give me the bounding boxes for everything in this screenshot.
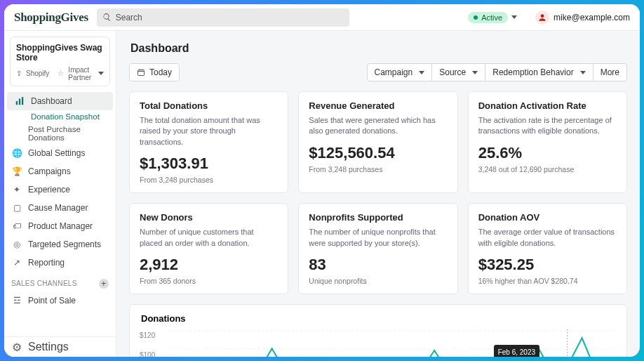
kpi-desc: The activation rate is the percentage of… [478, 115, 617, 137]
sidebar-item-point-of-sale[interactable]: ☲Point of Sale [4, 291, 116, 310]
kpi-sub: 16% higher than AOV $280.74 [478, 277, 617, 285]
kpi-card[interactable]: Revenue GeneratedSales that were generat… [298, 91, 457, 193]
status-dropdown[interactable]: Active [468, 12, 517, 23]
sidebar-item-targeted-segments[interactable]: ◎Targeted Segments [4, 235, 116, 254]
kpi-sub: From 3,248 purchases [140, 176, 278, 184]
kpi-value: 2,912 [140, 256, 278, 274]
user-menu[interactable]: mike@example.com [535, 11, 630, 25]
sidebar-item-cause-manager[interactable]: ▢Cause Manager [4, 199, 116, 217]
kpi-desc: The average order value of transactions … [478, 227, 617, 249]
kpi-desc: The number of unique nonprofits that wer… [309, 227, 447, 249]
chevron-down-icon [419, 71, 424, 74]
donations-chart-card: Donations $120 $100 $80 Feb 6, 2023 $79.… [129, 304, 627, 357]
sidebar-subitem-donation-snapshot[interactable]: Donation Snapshot [7, 110, 113, 123]
sidebar-item-label: Targeted Segments [28, 239, 101, 249]
kpi-value: $125,560.54 [309, 144, 447, 162]
chevron-down-icon [580, 71, 586, 74]
chevron-down-icon [511, 15, 517, 19]
kpi-desc: The total donation amount that was raise… [140, 115, 278, 147]
report-icon: ↗ [11, 257, 22, 268]
store-badge: Impact Partner [68, 66, 92, 81]
star-icon: ☆ [58, 70, 64, 77]
kpi-desc: Sales that were generated which has also… [309, 115, 447, 137]
kpi-card[interactable]: Total DonationsThe total donation amount… [129, 91, 288, 193]
tag-icon: 🏷 [11, 221, 22, 232]
svg-rect-3 [22, 97, 23, 105]
chart-title: Donations [141, 313, 617, 324]
kpi-card[interactable]: Donation Activation RateThe activation r… [468, 91, 627, 193]
kpi-title: Donation AOV [478, 212, 617, 223]
filter-source[interactable]: Source [431, 63, 485, 81]
svg-rect-1 [16, 101, 18, 105]
chevron-down-icon [98, 72, 104, 75]
share-icon: ⇪ [16, 70, 22, 77]
kpi-title: Revenue Generated [309, 100, 447, 111]
sidebar-item-label: Experience [28, 185, 70, 195]
page-title: Dashboard [130, 42, 627, 55]
app-frame: ShoppingGives Search Active mike@example… [4, 4, 640, 357]
kpi-value: 83 [309, 256, 447, 274]
main-content: Dashboard Today Campaign Source Redempti… [116, 31, 640, 357]
filter-more[interactable]: More [593, 63, 627, 81]
sidebar-item-experience[interactable]: ✦Experience [4, 180, 116, 199]
sidebar-item-label: Global Settings [28, 148, 85, 158]
kpi-sub: From 365 donors [140, 277, 278, 285]
target-icon: ◎ [11, 239, 22, 250]
store-platform: Shopify [26, 70, 49, 77]
sidebar: ShoppingGives Swag Store ⇪ Shopify ☆ Imp… [4, 31, 116, 357]
sidebar-item-label: Cause Manager [28, 203, 88, 213]
kpi-card[interactable]: Nonprofits SupportedThe number of unique… [298, 203, 457, 294]
chevron-down-icon [472, 71, 478, 74]
store-icon: ☲ [11, 295, 22, 306]
avatar [535, 11, 549, 25]
search-placeholder: Search [116, 13, 142, 22]
svg-rect-2 [19, 98, 20, 105]
filter-toolbar: Today Campaign Source Redemption Behavio… [129, 63, 627, 81]
kpi-value: $325.25 [478, 256, 617, 274]
filter-campaign[interactable]: Campaign [367, 63, 433, 81]
globe-icon: 🌐 [11, 147, 22, 159]
add-channel-button[interactable]: + [99, 279, 109, 289]
store-card[interactable]: ShoppingGives Swag Store ⇪ Shopify ☆ Imp… [10, 37, 110, 86]
sidebar-item-product-manager[interactable]: 🏷Product Manager [4, 217, 116, 235]
kpi-value: 25.6% [478, 144, 617, 162]
filter-group: Campaign Source Redemption Behavior More [367, 63, 627, 81]
gear-icon: ⚙ [11, 341, 22, 353]
date-range-button[interactable]: Today [129, 63, 180, 81]
search-input[interactable]: Search [97, 8, 349, 27]
sidebar-item-dashboard[interactable]: Dashboard [7, 92, 113, 110]
svg-point-0 [541, 14, 544, 18]
sidebar-item-global-settings[interactable]: 🌐Global Settings [4, 144, 116, 162]
user-email: mike@example.com [554, 13, 630, 22]
sidebar-item-reporting[interactable]: ↗Reporting [4, 254, 116, 272]
clipboard-icon: ▢ [11, 202, 22, 214]
sidebar-item-settings[interactable]: ⚙Settings [4, 336, 116, 357]
sidebar-item-label: Point of Sale [28, 296, 76, 306]
kpi-card[interactable]: Donation AOVThe average order value of t… [468, 203, 627, 294]
donations-chart[interactable]: $120 $100 $80 Feb 6, 2023 $79.69 [140, 328, 617, 357]
chart-tooltip: Feb 6, 2023 $79.69 [494, 345, 539, 357]
kpi-sub: From 3,248 purchases [309, 165, 447, 173]
sparkle-icon: ✦ [11, 184, 22, 195]
brand-logo: ShoppingGives [14, 11, 88, 25]
sidebar-item-campaigns[interactable]: 🏆Campaigns [4, 162, 116, 180]
kpi-sub: Unique nonprofits [309, 277, 447, 285]
filter-redemption[interactable]: Redemption Behavior [485, 63, 593, 81]
search-icon [102, 13, 112, 22]
sidebar-item-label: Dashboard [31, 96, 72, 106]
kpi-title: Donation Activation Rate [478, 100, 617, 111]
kpi-sub: 3,248 out of 12,690 purchase [478, 165, 617, 173]
kpi-cards: Total DonationsThe total donation amount… [129, 91, 627, 294]
kpi-desc: Number of unique customers that placed a… [140, 227, 278, 249]
kpi-title: Nonprofits Supported [309, 212, 447, 223]
kpi-card[interactable]: New DonorsNumber of unique customers tha… [129, 203, 288, 294]
sidebar-subitem-post-purchase[interactable]: Post Purchase Donations [4, 123, 116, 144]
trophy-icon: 🏆 [11, 166, 22, 177]
kpi-title: New Donors [140, 212, 278, 223]
calendar-icon [137, 68, 145, 77]
svg-rect-4 [138, 70, 145, 76]
section-sales-channels: SALES CHANNELS+ [4, 272, 116, 291]
topbar: ShoppingGives Search Active mike@example… [4, 4, 640, 31]
sidebar-item-label: Product Manager [28, 221, 93, 231]
store-name: ShoppingGives Swag Store [16, 43, 104, 63]
